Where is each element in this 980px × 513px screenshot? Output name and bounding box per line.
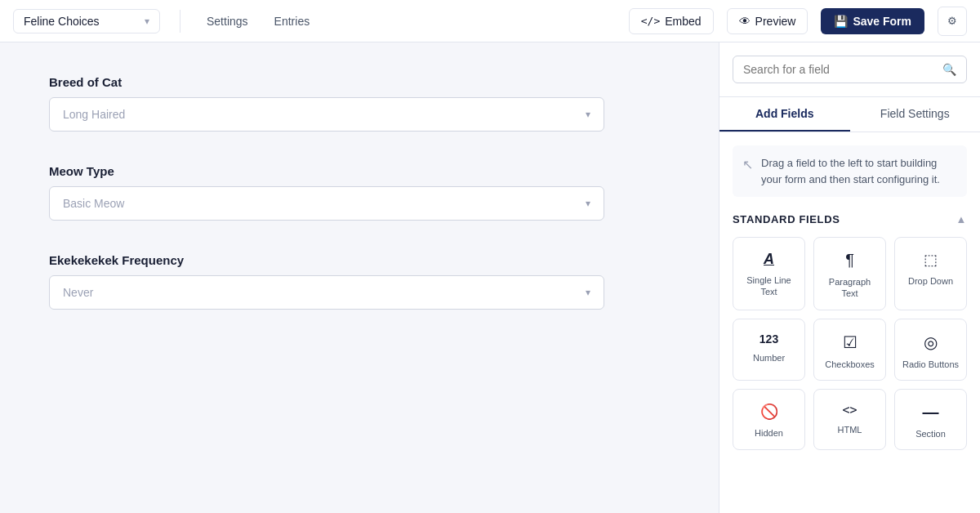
hidden-icon: 🚫 [760, 403, 778, 421]
field-card-single-line-text[interactable]: A Single Line Text [733, 237, 805, 310]
field-card-html[interactable]: <> HTML [813, 389, 886, 450]
field-select-2[interactable]: Never ▾ [49, 275, 604, 310]
form-name: Feline Choices [24, 15, 138, 28]
field-card-label-4: Checkboxes [825, 359, 875, 370]
field-card-dropdown[interactable]: ⬚ Drop Down [894, 237, 967, 310]
checkboxes-icon: ☑ [843, 332, 858, 352]
field-card-paragraph-text[interactable]: ¶ Paragraph Text [813, 237, 886, 310]
field-label-1: Meow Type [49, 164, 670, 178]
field-card-label-5: Radio Buttons [902, 359, 959, 370]
save-icon: 💾 [834, 15, 848, 28]
drag-hint: ↖ Drag a field to the left to start buil… [733, 145, 967, 197]
right-panel: 🔍 Add Fields Field Settings ↖ Drag a fie… [719, 42, 980, 513]
single-line-text-icon: A [764, 251, 774, 268]
save-form-button[interactable]: 💾 Save Form [821, 8, 924, 34]
fields-grid: A Single Line Text ¶ Paragraph Text ⬚ Dr… [733, 237, 967, 450]
field-card-number[interactable]: 123 Number [733, 319, 805, 381]
preview-button[interactable]: 👁 Preview [727, 8, 808, 34]
embed-code-icon: </> [641, 15, 660, 27]
form-selector-chevron-icon: ▾ [145, 16, 149, 27]
field-select-1[interactable]: Basic Meow ▾ [49, 186, 604, 221]
top-nav: Feline Choices ▾ Settings Entries </> Em… [0, 0, 980, 42]
nav-divider [180, 10, 180, 33]
search-input[interactable] [743, 63, 942, 76]
field-card-label-3: Number [753, 352, 785, 364]
standard-fields-header: Standard Fields ▲ [733, 213, 967, 225]
search-icon: 🔍 [942, 63, 956, 76]
dropdown-chevron-1: ▾ [586, 198, 590, 209]
field-card-label-1: Paragraph Text [821, 276, 879, 300]
field-card-checkboxes[interactable]: ☑ Checkboxes [813, 319, 886, 381]
field-select-0[interactable]: Long Haired ▾ [49, 97, 604, 132]
search-bar: 🔍 [719, 42, 980, 97]
panel-content: ↖ Drag a field to the left to start buil… [719, 132, 980, 513]
section-icon: — [923, 403, 939, 422]
field-card-hidden[interactable]: 🚫 Hidden [733, 389, 805, 450]
dropdown-chevron-0: ▾ [586, 109, 590, 120]
embed-button[interactable]: </> Embed [629, 8, 714, 34]
field-select-placeholder-1: Basic Meow [63, 197, 124, 210]
field-card-label-6: Hidden [755, 427, 783, 439]
radio-buttons-icon: ◎ [924, 332, 938, 352]
form-canvas: Breed of Cat Long Haired ▾ Meow Type Bas… [0, 42, 719, 513]
field-card-label-8: Section [915, 428, 946, 439]
eye-icon: 👁 [739, 15, 751, 28]
field-group-2: Ekekekekek Frequency Never ▾ [49, 253, 670, 310]
field-card-label-7: HTML [838, 424, 862, 435]
form-selector[interactable]: Feline Choices ▾ [13, 9, 160, 33]
tabs: Add Fields Field Settings [719, 97, 980, 132]
nav-settings-link[interactable]: Settings [200, 11, 255, 31]
field-select-placeholder-0: Long Haired [63, 108, 125, 121]
field-card-label-0: Single Line Text [740, 274, 798, 298]
gear-button[interactable]: ⚙ [938, 7, 967, 36]
field-card-label-2: Drop Down [908, 275, 953, 287]
html-icon: <> [842, 403, 857, 417]
nav-entries-link[interactable]: Entries [268, 11, 317, 31]
number-icon: 123 [760, 332, 778, 346]
tab-add-fields[interactable]: Add Fields [719, 97, 850, 132]
field-label-0: Breed of Cat [49, 75, 670, 89]
field-label-2: Ekekekekek Frequency [49, 253, 670, 267]
main-layout: Breed of Cat Long Haired ▾ Meow Type Bas… [0, 42, 980, 513]
dropdown-icon: ⬚ [924, 251, 938, 269]
standard-fields-label: Standard Fields [733, 213, 840, 225]
dropdown-chevron-2: ▾ [586, 287, 590, 298]
collapse-icon[interactable]: ▲ [956, 213, 967, 225]
gear-icon: ⚙ [947, 15, 957, 27]
tab-field-settings[interactable]: Field Settings [850, 97, 981, 132]
field-card-section[interactable]: — Section [894, 389, 967, 450]
drag-hint-text: Drag a field to the left to start buildi… [761, 155, 957, 187]
field-card-radio-buttons[interactable]: ◎ Radio Buttons [894, 319, 967, 381]
field-group-1: Meow Type Basic Meow ▾ [49, 164, 670, 221]
cursor-icon: ↖ [742, 157, 753, 172]
field-select-placeholder-2: Never [63, 286, 93, 299]
search-input-wrapper: 🔍 [733, 56, 967, 83]
field-group-0: Breed of Cat Long Haired ▾ [49, 75, 670, 132]
paragraph-text-icon: ¶ [845, 251, 854, 270]
